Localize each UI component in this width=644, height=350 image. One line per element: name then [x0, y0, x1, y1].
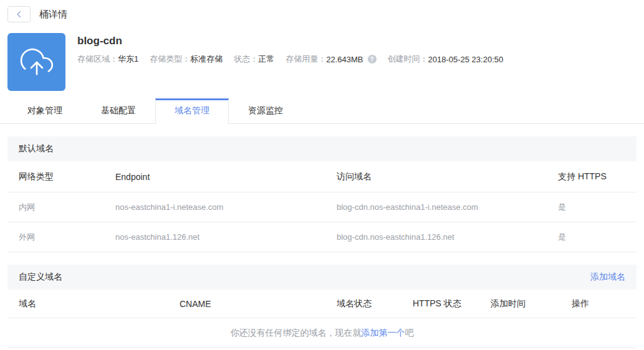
meta-created-time: 创建时间： 2018-05-25 23:20:50: [388, 54, 504, 65]
table-header-row: 域名 CNAME 域名状态 HTTPS 状态 添加时间 操作: [7, 290, 637, 318]
topbar: 桶详情: [0, 0, 644, 22]
col-added-time: 添加时间: [491, 298, 572, 310]
section-default-domains: 默认域名: [7, 136, 637, 161]
back-button[interactable]: [7, 6, 31, 22]
empty-text-suffix: 吧: [405, 328, 414, 339]
cloud-upload-icon: [20, 45, 54, 79]
table-row: 外网 nos-eastchina1.126.net blog-cdn.nos-e…: [7, 222, 637, 252]
cell-access-domain: blog-cdn.nos-eastchina1.126.net: [337, 232, 558, 242]
cell-access-domain: blog-cdn.nos-eastchina1-i.netease.com: [337, 202, 558, 212]
bucket-icon: [7, 33, 65, 91]
bucket-meta: 存储区域： 华东1 存储类型： 标准存储 状态： 正常 存储用量： 22.643…: [77, 54, 503, 65]
meta-storage-type: 存储类型： 标准存储: [150, 54, 223, 65]
tab-domain-management[interactable]: 域名管理: [155, 98, 229, 124]
bucket-header: blog-cdn 存储区域： 华东1 存储类型： 标准存储 状态： 正常 存储用…: [7, 33, 637, 91]
chevron-left-icon: [14, 9, 25, 20]
table-row: 内网 nos-eastchina1-i.netease.com blog-cdn…: [7, 192, 637, 222]
section-custom-domains: 自定义域名 添加域名: [7, 265, 637, 290]
section-title: 自定义域名: [19, 272, 62, 283]
tab-object-management[interactable]: 对象管理: [8, 98, 82, 123]
tab-basic-config[interactable]: 基础配置: [82, 98, 155, 123]
col-cname: CNAME: [180, 299, 337, 309]
empty-text-prefix: 你还没有任何绑定的域名，现在就: [231, 328, 362, 339]
empty-state: 你还没有任何绑定的域名，现在就添加第一个吧: [7, 318, 637, 348]
default-domains-table: 网络类型 Endpoint 访问域名 支持 HTTPS 内网 nos-eastc…: [7, 161, 637, 252]
tab-bar: 对象管理 基础配置 域名管理 资源监控: [0, 98, 644, 124]
col-domain-status: 域名状态: [337, 298, 413, 310]
cell-network-type: 外网: [19, 232, 115, 243]
cell-https-support: 是: [558, 232, 625, 243]
cell-https-support: 是: [558, 202, 625, 213]
col-https-support: 支持 HTTPS: [558, 171, 625, 182]
add-first-domain-link[interactable]: 添加第一个: [362, 328, 405, 339]
col-actions: 操作: [572, 298, 625, 310]
bucket-name: blog-cdn: [77, 35, 503, 47]
cell-endpoint: nos-eastchina1.126.net: [115, 232, 337, 242]
table-header-row: 网络类型 Endpoint 访问域名 支持 HTTPS: [7, 161, 637, 192]
status-value: 正常: [258, 54, 274, 65]
col-network-type: 网络类型: [19, 171, 115, 182]
col-access-domain: 访问域名: [337, 171, 558, 182]
col-endpoint: Endpoint: [115, 172, 337, 182]
section-title: 默认域名: [19, 143, 54, 154]
meta-status: 状态： 正常: [234, 54, 274, 65]
help-icon[interactable]: ?: [368, 55, 377, 64]
cell-endpoint: nos-eastchina1-i.netease.com: [115, 202, 337, 212]
meta-storage-usage: 存储用量： 22.643MB ?: [286, 54, 376, 65]
tab-resource-monitor[interactable]: 资源监控: [229, 98, 302, 123]
meta-storage-region: 存储区域： 华东1: [77, 54, 138, 65]
page-title: 桶详情: [39, 9, 67, 21]
custom-domains-table: 域名 CNAME 域名状态 HTTPS 状态 添加时间 操作: [7, 290, 637, 318]
col-https-status: HTTPS 状态: [413, 298, 491, 310]
col-domain: 域名: [19, 298, 180, 310]
cell-network-type: 内网: [19, 202, 115, 213]
add-domain-link[interactable]: 添加域名: [590, 272, 625, 283]
